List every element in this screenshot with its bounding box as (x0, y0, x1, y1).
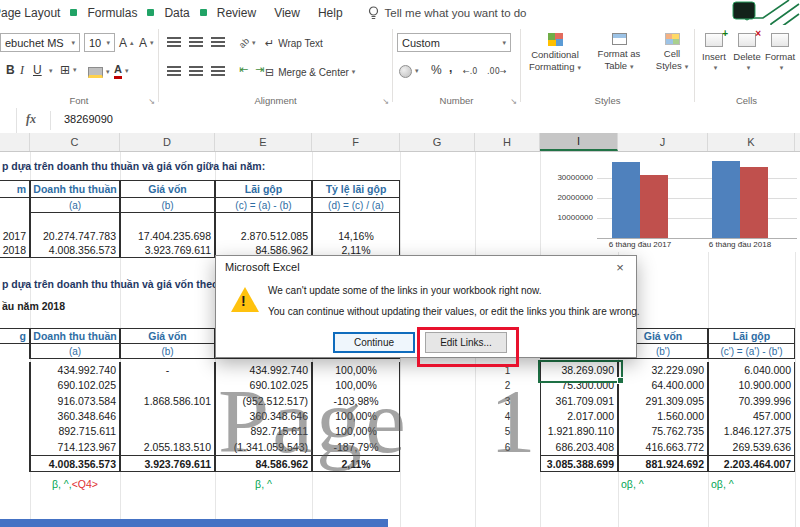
fx-icon[interactable]: fx (26, 112, 36, 127)
cell[interactable]: (b) (120, 198, 215, 213)
cell[interactable]: - (120, 362, 215, 378)
cell[interactable]: 2.055.183.510 (120, 439, 215, 455)
cell[interactable]: 20.274.747.783 (30, 228, 120, 243)
total-cell[interactable]: 2.203.464.007 (708, 455, 795, 472)
cell[interactable]: 916.073.584 (30, 393, 120, 409)
cell[interactable] (0, 198, 30, 213)
cell[interactable]: (a) (30, 198, 120, 213)
bold-button[interactable]: B (6, 61, 15, 79)
cell[interactable] (0, 393, 30, 409)
tab-view[interactable]: View (265, 0, 309, 25)
decrease-decimal-icon[interactable]: .00→ (487, 62, 506, 80)
cell[interactable]: 17.404.235.698 (120, 228, 215, 243)
cell[interactable]: 100,00% (312, 362, 400, 378)
cell[interactable]: 2.870.512.085 (215, 228, 312, 243)
align-top-icon[interactable] (167, 37, 181, 47)
column-header-H[interactable]: H (475, 133, 540, 151)
underline-dropdown-icon[interactable]: ▾ (49, 67, 53, 75)
formula-bar-value[interactable]: 38269090 (64, 113, 113, 125)
total-cell[interactable]: 3.923.769.611 (120, 455, 215, 472)
cell[interactable] (312, 213, 400, 228)
column-header-F[interactable]: F (312, 133, 400, 151)
header-cell[interactable]: Giá vốn (120, 180, 215, 198)
number-format-combo[interactable]: Custom▾ (397, 33, 511, 52)
cell[interactable]: 2.017.000 (540, 408, 618, 424)
cell[interactable] (0, 362, 30, 378)
column-header-E[interactable]: E (215, 133, 312, 151)
cell[interactable]: 4.008.356.573 (30, 243, 120, 258)
cell[interactable]: 686.203.408 (540, 439, 618, 455)
increase-indent-icon[interactable]: ⇥ (255, 63, 264, 76)
cell[interactable] (0, 455, 30, 472)
cell[interactable]: 1.560.000 (618, 408, 708, 424)
cell[interactable]: 291.309.095 (618, 393, 708, 409)
orientation-icon[interactable]: ab▾ (239, 34, 256, 52)
align-middle-icon[interactable] (189, 37, 203, 47)
cell[interactable] (30, 213, 120, 228)
cell[interactable]: 434.992.740 (215, 362, 312, 378)
cell[interactable]: 892.715.611 (215, 423, 312, 439)
cell[interactable]: 14,16% (312, 228, 400, 243)
row-number[interactable]: 5 (475, 423, 540, 439)
column-header-K[interactable]: K (708, 133, 795, 151)
total-cell[interactable]: 4.008.356.573 (30, 455, 120, 472)
tab-review[interactable]: Review (208, 0, 265, 25)
cell[interactable]: (d) = (c) / (a) (312, 198, 400, 213)
cell[interactable]: 1.921.890.110 (540, 423, 618, 439)
align-right-icon[interactable] (211, 66, 225, 76)
increase-font-size-icon[interactable]: A▴ (119, 34, 134, 52)
total-cell[interactable]: 2,11% (312, 455, 400, 472)
row-label[interactable]: g (0, 328, 30, 344)
cell[interactable]: 6.040.000 (708, 362, 795, 378)
edit-links-button[interactable]: Edit Links... (425, 332, 507, 353)
font-dialog-launcher[interactable]: ↘ (148, 97, 155, 106)
cell[interactable]: 1.846.127.375 (708, 423, 795, 439)
row-number[interactable]: 6 (475, 439, 540, 455)
continue-button[interactable]: Continue (333, 332, 415, 353)
cell[interactable]: oβ, ^ (708, 477, 795, 491)
wrap-text-button[interactable]: ↵ Wrap Text (265, 34, 323, 52)
cell[interactable]: 64.400.000 (618, 377, 708, 393)
cell[interactable] (0, 213, 30, 228)
cell[interactable]: -103,98% (312, 393, 400, 409)
align-bottom-icon[interactable] (211, 37, 225, 47)
cell[interactable] (0, 344, 30, 359)
header-cell[interactable]: Lãi gộp (708, 328, 795, 344)
delete-button[interactable]: × Delete ▾ (732, 30, 762, 96)
cell[interactable]: 100,00% (312, 408, 400, 424)
column-header-J[interactable]: J (618, 133, 708, 151)
insert-button[interactable]: + Insert ▾ (699, 30, 729, 96)
total-cell[interactable]: 84.586.962 (215, 455, 312, 472)
align-left-icon[interactable] (167, 66, 181, 76)
cell[interactable] (120, 213, 215, 228)
fill-color-icon[interactable]: ▾ (88, 63, 110, 81)
cell[interactable]: β, ^, <Q4> (30, 477, 120, 491)
row-label[interactable]: ầu 2017 (0, 228, 30, 243)
format-button[interactable]: Format ▾ (765, 30, 795, 96)
header-cell[interactable]: Giá vốn (120, 328, 215, 344)
tab-formulas[interactable]: Formulas (78, 0, 146, 25)
cell[interactable]: 690.102.025 (30, 377, 120, 393)
cell[interactable]: oβ, ^ (618, 477, 708, 491)
font-color-icon[interactable]: A▾ (114, 62, 128, 80)
cell[interactable]: β, ^ (215, 477, 312, 491)
cell[interactable]: (b) (120, 344, 215, 359)
italic-button[interactable]: I (20, 61, 24, 79)
cell[interactable]: 360.348.646 (30, 408, 120, 424)
comma-style-icon[interactable]: , (449, 59, 452, 77)
font-name-combo[interactable]: ebuchet MS▾ (0, 33, 80, 52)
cell[interactable]: 1.868.586.101 (120, 393, 215, 409)
column-header-I-selected[interactable]: I (540, 133, 618, 151)
increase-decimal-icon[interactable]: ←.0 (463, 62, 477, 80)
accounting-format-icon[interactable]: ▾ (399, 62, 419, 80)
row-number[interactable]: 1 (475, 362, 540, 378)
cell[interactable]: 892.715.611 (30, 423, 120, 439)
header-cell[interactable]: Doanh thu thuần (30, 328, 120, 344)
decrease-indent-icon[interactable]: ⇤ (239, 63, 248, 76)
cell[interactable]: 32.229.090 (618, 362, 708, 378)
percent-style-icon[interactable]: % (431, 61, 442, 79)
cell[interactable]: (1.341.059.543) (215, 439, 312, 455)
cell[interactable]: (c') = (a') - (b') (708, 344, 795, 359)
header-cell[interactable]: Doanh thu thuần (30, 180, 120, 198)
cell[interactable]: (a) (30, 344, 120, 359)
